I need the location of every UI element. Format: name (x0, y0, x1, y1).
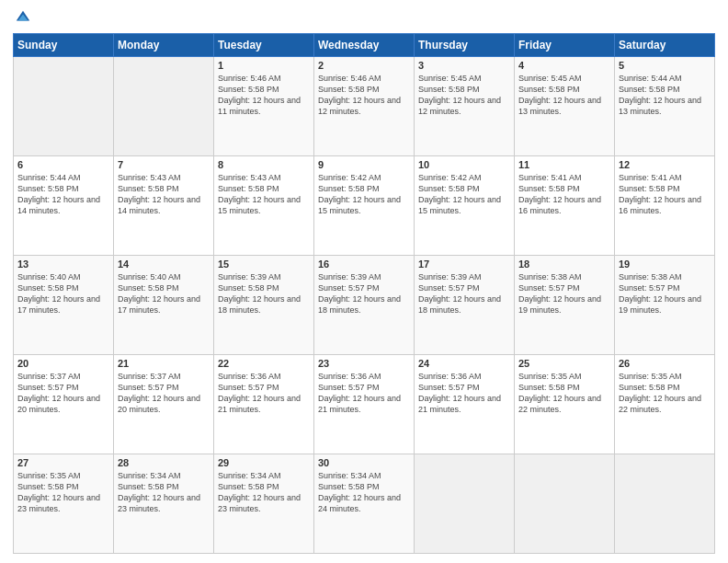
day-info: Sunrise: 5:37 AM Sunset: 5:57 PM Dayligh… (118, 371, 210, 416)
calendar-cell: 26Sunrise: 5:35 AM Sunset: 5:58 PM Dayli… (615, 355, 715, 454)
day-info: Sunrise: 5:35 AM Sunset: 5:58 PM Dayligh… (518, 371, 610, 416)
day-number: 3 (418, 60, 510, 71)
calendar-cell: 7Sunrise: 5:43 AM Sunset: 5:58 PM Daylig… (114, 156, 214, 256)
calendar-cell (114, 57, 214, 156)
day-info: Sunrise: 5:34 AM Sunset: 5:58 PM Dayligh… (318, 470, 410, 515)
day-number: 21 (118, 358, 210, 369)
calendar-cell (14, 57, 114, 156)
day-info: Sunrise: 5:41 AM Sunset: 5:58 PM Dayligh… (518, 172, 610, 217)
calendar-cell: 5Sunrise: 5:44 AM Sunset: 5:58 PM Daylig… (615, 57, 715, 156)
logo-icon (15, 9, 31, 26)
day-info: Sunrise: 5:37 AM Sunset: 5:57 PM Dayligh… (17, 371, 109, 416)
calendar-cell: 30Sunrise: 5:34 AM Sunset: 5:58 PM Dayli… (314, 454, 415, 554)
day-number: 28 (118, 457, 210, 468)
weekday-header-saturday: Saturday (615, 34, 715, 57)
calendar-cell: 4Sunrise: 5:45 AM Sunset: 5:58 PM Daylig… (515, 57, 615, 156)
calendar-cell: 19Sunrise: 5:38 AM Sunset: 5:57 PM Dayli… (615, 256, 715, 355)
calendar-table: SundayMondayTuesdayWednesdayThursdayFrid… (13, 33, 715, 554)
day-number: 7 (118, 159, 210, 170)
calendar-cell: 16Sunrise: 5:39 AM Sunset: 5:57 PM Dayli… (314, 256, 415, 355)
day-number: 4 (518, 60, 610, 71)
day-info: Sunrise: 5:40 AM Sunset: 5:58 PM Dayligh… (17, 271, 109, 316)
day-number: 6 (17, 159, 109, 170)
calendar-week-row: 20Sunrise: 5:37 AM Sunset: 5:57 PM Dayli… (14, 355, 715, 454)
day-info: Sunrise: 5:43 AM Sunset: 5:58 PM Dayligh… (118, 172, 210, 217)
day-number: 1 (218, 60, 310, 71)
day-number: 9 (318, 159, 410, 170)
day-info: Sunrise: 5:40 AM Sunset: 5:58 PM Dayligh… (118, 271, 210, 316)
day-info: Sunrise: 5:34 AM Sunset: 5:58 PM Dayligh… (118, 470, 210, 515)
calendar-cell (615, 454, 715, 554)
calendar-cell: 24Sunrise: 5:36 AM Sunset: 5:57 PM Dayli… (415, 355, 515, 454)
calendar-week-row: 13Sunrise: 5:40 AM Sunset: 5:58 PM Dayli… (14, 256, 715, 355)
day-info: Sunrise: 5:41 AM Sunset: 5:58 PM Dayligh… (619, 172, 711, 217)
day-number: 11 (518, 159, 610, 170)
day-number: 5 (619, 60, 711, 71)
calendar-cell: 13Sunrise: 5:40 AM Sunset: 5:58 PM Dayli… (14, 256, 114, 355)
day-info: Sunrise: 5:36 AM Sunset: 5:57 PM Dayligh… (318, 371, 410, 416)
calendar-week-row: 6Sunrise: 5:44 AM Sunset: 5:58 PM Daylig… (14, 156, 715, 256)
day-number: 20 (17, 358, 109, 369)
day-info: Sunrise: 5:39 AM Sunset: 5:57 PM Dayligh… (318, 271, 410, 316)
day-number: 18 (518, 259, 610, 270)
weekday-header-sunday: Sunday (14, 34, 114, 57)
calendar-cell: 8Sunrise: 5:43 AM Sunset: 5:58 PM Daylig… (214, 156, 314, 256)
day-info: Sunrise: 5:36 AM Sunset: 5:57 PM Dayligh… (418, 371, 510, 416)
calendar-cell: 2Sunrise: 5:46 AM Sunset: 5:58 PM Daylig… (314, 57, 415, 156)
calendar-cell: 9Sunrise: 5:42 AM Sunset: 5:58 PM Daylig… (314, 156, 415, 256)
calendar-cell: 28Sunrise: 5:34 AM Sunset: 5:58 PM Dayli… (114, 454, 214, 554)
calendar-week-row: 1Sunrise: 5:46 AM Sunset: 5:58 PM Daylig… (14, 57, 715, 156)
day-info: Sunrise: 5:43 AM Sunset: 5:58 PM Dayligh… (218, 172, 310, 217)
weekday-header-tuesday: Tuesday (214, 34, 314, 57)
day-info: Sunrise: 5:38 AM Sunset: 5:57 PM Dayligh… (619, 271, 711, 316)
day-info: Sunrise: 5:39 AM Sunset: 5:57 PM Dayligh… (418, 271, 510, 316)
calendar-week-row: 27Sunrise: 5:35 AM Sunset: 5:58 PM Dayli… (14, 454, 715, 554)
calendar-cell (415, 454, 515, 554)
weekday-header-wednesday: Wednesday (314, 34, 415, 57)
day-number: 17 (418, 259, 510, 270)
day-info: Sunrise: 5:35 AM Sunset: 5:58 PM Dayligh… (17, 470, 109, 515)
calendar-cell: 1Sunrise: 5:46 AM Sunset: 5:58 PM Daylig… (214, 57, 314, 156)
day-number: 25 (518, 358, 610, 369)
weekday-header-monday: Monday (114, 34, 214, 57)
calendar-cell: 12Sunrise: 5:41 AM Sunset: 5:58 PM Dayli… (615, 156, 715, 256)
weekday-header-thursday: Thursday (415, 34, 515, 57)
day-info: Sunrise: 5:42 AM Sunset: 5:58 PM Dayligh… (418, 172, 510, 217)
day-number: 26 (619, 358, 711, 369)
calendar-cell: 15Sunrise: 5:39 AM Sunset: 5:58 PM Dayli… (214, 256, 314, 355)
day-info: Sunrise: 5:42 AM Sunset: 5:58 PM Dayligh… (318, 172, 410, 217)
day-number: 24 (418, 358, 510, 369)
weekday-header-friday: Friday (515, 34, 615, 57)
calendar-cell: 11Sunrise: 5:41 AM Sunset: 5:58 PM Dayli… (515, 156, 615, 256)
day-number: 29 (218, 457, 310, 468)
day-info: Sunrise: 5:44 AM Sunset: 5:58 PM Dayligh… (17, 172, 109, 217)
day-number: 23 (318, 358, 410, 369)
calendar-cell: 27Sunrise: 5:35 AM Sunset: 5:58 PM Dayli… (14, 454, 114, 554)
day-info: Sunrise: 5:46 AM Sunset: 5:58 PM Dayligh… (318, 73, 410, 118)
day-info: Sunrise: 5:45 AM Sunset: 5:58 PM Dayligh… (418, 73, 510, 118)
page: SundayMondayTuesdayWednesdayThursdayFrid… (0, 0, 728, 563)
day-number: 15 (218, 259, 310, 270)
day-number: 13 (17, 259, 109, 270)
day-number: 12 (619, 159, 711, 170)
day-number: 2 (318, 60, 410, 71)
day-info: Sunrise: 5:36 AM Sunset: 5:57 PM Dayligh… (218, 371, 310, 416)
calendar-cell (515, 454, 615, 554)
day-info: Sunrise: 5:44 AM Sunset: 5:58 PM Dayligh… (619, 73, 711, 118)
day-number: 19 (619, 259, 711, 270)
day-info: Sunrise: 5:34 AM Sunset: 5:58 PM Dayligh… (218, 470, 310, 515)
day-number: 10 (418, 159, 510, 170)
calendar-cell: 6Sunrise: 5:44 AM Sunset: 5:58 PM Daylig… (14, 156, 114, 256)
day-number: 30 (318, 457, 410, 468)
calendar-cell: 17Sunrise: 5:39 AM Sunset: 5:57 PM Dayli… (415, 256, 515, 355)
day-number: 14 (118, 259, 210, 270)
day-info: Sunrise: 5:38 AM Sunset: 5:57 PM Dayligh… (518, 271, 610, 316)
day-number: 16 (318, 259, 410, 270)
day-number: 8 (218, 159, 310, 170)
day-info: Sunrise: 5:35 AM Sunset: 5:58 PM Dayligh… (619, 371, 711, 416)
calendar-cell: 14Sunrise: 5:40 AM Sunset: 5:58 PM Dayli… (114, 256, 214, 355)
calendar-cell: 10Sunrise: 5:42 AM Sunset: 5:58 PM Dayli… (415, 156, 515, 256)
day-number: 27 (17, 457, 109, 468)
day-info: Sunrise: 5:45 AM Sunset: 5:58 PM Dayligh… (518, 73, 610, 118)
calendar-cell: 18Sunrise: 5:38 AM Sunset: 5:57 PM Dayli… (515, 256, 615, 355)
